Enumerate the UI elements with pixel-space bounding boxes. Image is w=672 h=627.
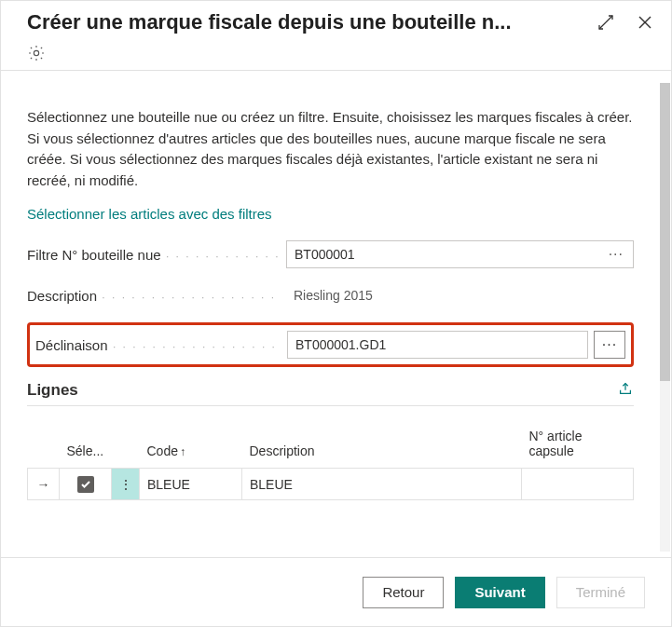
input-declinaison[interactable]: BT000001.GD1 xyxy=(287,331,588,359)
section-header-lignes: Lignes xyxy=(27,380,634,406)
toolbar xyxy=(1,40,671,71)
cell-description[interactable]: BLEUE xyxy=(242,469,522,500)
col-header-menu xyxy=(112,423,140,469)
label-filtre-bouteille: Filtre N° bouteille nue xyxy=(27,247,279,263)
share-icon[interactable] xyxy=(617,380,634,400)
col-header-description[interactable]: Description xyxy=(242,423,522,469)
row-filtre-bouteille: Filtre N° bouteille nue BT000001 ··· xyxy=(27,240,634,268)
input-filtre-bouteille[interactable]: BT000001 ··· xyxy=(286,240,634,268)
row-description: Description Riesling 2015 xyxy=(27,281,634,309)
col-header-arrow xyxy=(28,423,60,469)
table-row[interactable]: → ⋮ BLEUE BLEUE xyxy=(28,469,634,500)
next-button[interactable]: Suivant xyxy=(455,577,544,608)
dialog-footer: Retour Suivant Terminé xyxy=(1,557,671,626)
row-indicator-icon: → xyxy=(28,469,60,500)
back-button[interactable]: Retour xyxy=(363,577,444,608)
select-with-filters-link[interactable]: Sélectionner les articles avec des filtr… xyxy=(27,206,272,222)
gear-icon[interactable] xyxy=(27,44,46,62)
table-header-row: Séle... Code↑ Description N° article cap… xyxy=(28,423,634,469)
col-header-capsule[interactable]: N° article capsule xyxy=(522,423,634,469)
expand-icon[interactable] xyxy=(597,13,615,32)
scrollbar[interactable] xyxy=(660,83,670,552)
section-title-lignes: Lignes xyxy=(27,381,78,400)
scrollbar-thumb[interactable] xyxy=(660,83,670,381)
sort-asc-icon: ↑ xyxy=(180,445,185,458)
col-header-select[interactable]: Séle... xyxy=(60,423,112,469)
svg-point-0 xyxy=(34,50,38,55)
row-actions-icon[interactable]: ⋮ xyxy=(112,469,140,500)
cell-select[interactable] xyxy=(60,469,112,500)
input-filtre-bouteille-value: BT000001 xyxy=(295,247,355,262)
title-actions xyxy=(597,13,654,32)
cell-code[interactable]: BLEUE xyxy=(140,469,242,500)
dialog-title: Créer une marque fiscale depuis une bout… xyxy=(27,10,585,34)
close-icon[interactable] xyxy=(636,13,654,32)
lookup-declinaison-button[interactable]: ··· xyxy=(594,331,625,359)
instructions-text: Sélectionnez une bouteille nue ou créez … xyxy=(27,107,634,191)
checkbox-checked-icon[interactable] xyxy=(77,476,94,493)
col-header-code[interactable]: Code↑ xyxy=(140,423,242,469)
input-declinaison-value: BT000001.GD1 xyxy=(295,337,386,352)
lignes-table: Séle... Code↑ Description N° article cap… xyxy=(27,423,634,500)
cell-capsule[interactable] xyxy=(522,469,634,500)
label-description: Description xyxy=(27,288,279,304)
lookup-filtre-icon[interactable]: ··· xyxy=(607,247,625,262)
finish-button: Terminé xyxy=(556,577,645,608)
titlebar: Créer une marque fiscale depuis une bout… xyxy=(1,1,671,40)
value-description: Riesling 2015 xyxy=(286,281,634,309)
dialog-create-fiscal-brand: Créer une marque fiscale depuis une bout… xyxy=(0,0,672,627)
dialog-content: Sélectionnez une bouteille nue ou créez … xyxy=(1,90,660,552)
row-declinaison-highlighted: Déclinaison BT000001.GD1 ··· xyxy=(27,322,634,367)
label-declinaison: Déclinaison xyxy=(35,337,280,353)
